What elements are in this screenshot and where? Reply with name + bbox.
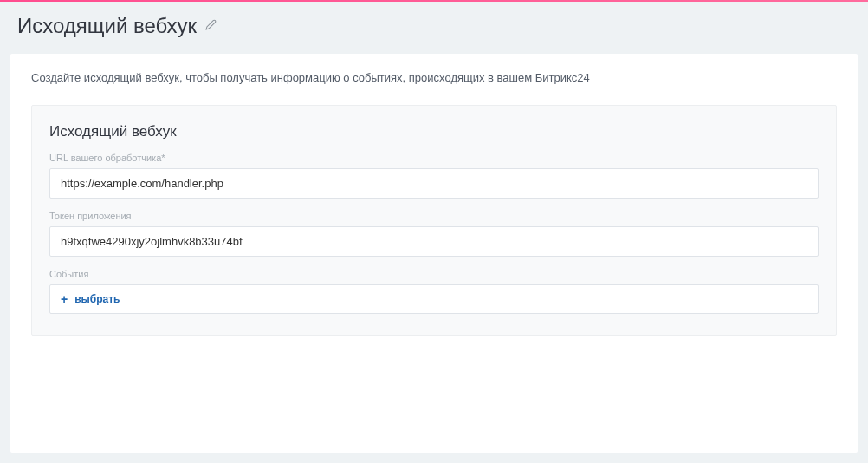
handler-url-input[interactable] [49,168,819,199]
plus-icon: + [61,293,68,305]
events-select-label: выбрать [74,293,120,305]
field-handler-url: URL вашего обработчика* [49,153,819,199]
section-title: Исходящий вебхук [49,123,819,140]
app-token-input[interactable] [49,226,819,257]
app-token-label: Токен приложения [49,211,819,221]
events-label: События [49,269,819,279]
events-select-button[interactable]: + выбрать [49,284,819,314]
main-card: Создайте исходящий вебхук, чтобы получат… [10,54,858,453]
edit-icon[interactable] [205,19,217,33]
page-header: Исходящий вебхук [0,2,868,54]
field-events: События + выбрать [49,269,819,314]
page-title: Исходящий вебхук [17,14,197,38]
field-app-token: Токен приложения [49,211,819,257]
handler-url-label: URL вашего обработчика* [49,153,819,163]
form-section: Исходящий вебхук URL вашего обработчика*… [31,105,837,336]
card-description: Создайте исходящий вебхук, чтобы получат… [31,71,837,84]
